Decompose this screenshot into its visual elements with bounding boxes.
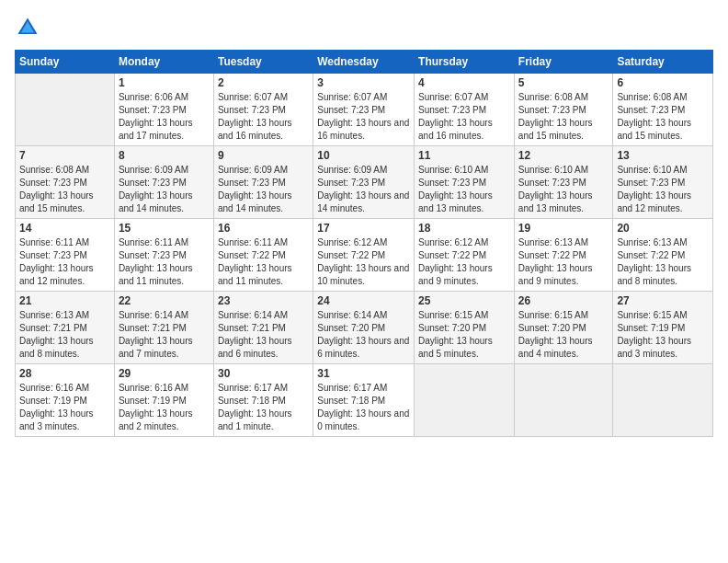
weekday-header-saturday: Saturday bbox=[613, 51, 713, 74]
day-number: 27 bbox=[617, 294, 709, 307]
weekday-header-thursday: Thursday bbox=[415, 51, 515, 74]
calendar-cell: 18Sunrise: 6:12 AM Sunset: 7:22 PM Dayli… bbox=[415, 219, 515, 292]
calendar-cell: 17Sunrise: 6:12 AM Sunset: 7:22 PM Dayli… bbox=[313, 219, 415, 292]
calendar-cell: 10Sunrise: 6:09 AM Sunset: 7:23 PM Dayli… bbox=[313, 146, 415, 219]
day-number: 20 bbox=[617, 222, 709, 235]
day-info: Sunrise: 6:13 AM Sunset: 7:22 PM Dayligh… bbox=[617, 236, 709, 288]
calendar-cell bbox=[415, 364, 515, 437]
calendar-cell: 7Sunrise: 6:08 AM Sunset: 7:23 PM Daylig… bbox=[16, 146, 115, 219]
day-info: Sunrise: 6:16 AM Sunset: 7:19 PM Dayligh… bbox=[19, 382, 110, 433]
calendar-cell: 15Sunrise: 6:11 AM Sunset: 7:23 PM Dayli… bbox=[114, 219, 213, 292]
day-info: Sunrise: 6:11 AM Sunset: 7:23 PM Dayligh… bbox=[119, 236, 210, 288]
calendar-cell: 25Sunrise: 6:15 AM Sunset: 7:20 PM Dayli… bbox=[415, 292, 515, 364]
calendar-cell: 28Sunrise: 6:16 AM Sunset: 7:19 PM Dayli… bbox=[16, 364, 115, 437]
calendar-cell: 19Sunrise: 6:13 AM Sunset: 7:22 PM Dayli… bbox=[514, 219, 613, 292]
day-number: 5 bbox=[518, 76, 609, 89]
day-info: Sunrise: 6:14 AM Sunset: 7:21 PM Dayligh… bbox=[218, 309, 309, 361]
calendar-cell: 27Sunrise: 6:15 AM Sunset: 7:19 PM Dayli… bbox=[613, 292, 713, 364]
day-number: 9 bbox=[218, 149, 309, 162]
day-number: 15 bbox=[119, 222, 210, 235]
day-info: Sunrise: 6:13 AM Sunset: 7:22 PM Dayligh… bbox=[518, 236, 609, 288]
calendar-week-1: 1Sunrise: 6:06 AM Sunset: 7:23 PM Daylig… bbox=[16, 74, 713, 146]
day-number: 11 bbox=[418, 149, 510, 162]
day-number: 2 bbox=[218, 76, 309, 89]
day-number: 16 bbox=[218, 222, 309, 235]
page-container: SundayMondayTuesdayWednesdayThursdayFrid… bbox=[0, 0, 728, 444]
day-number: 12 bbox=[518, 149, 609, 162]
day-info: Sunrise: 6:12 AM Sunset: 7:22 PM Dayligh… bbox=[418, 236, 510, 288]
calendar-cell: 3Sunrise: 6:07 AM Sunset: 7:23 PM Daylig… bbox=[313, 74, 415, 146]
day-info: Sunrise: 6:08 AM Sunset: 7:23 PM Dayligh… bbox=[617, 91, 709, 143]
day-number: 28 bbox=[19, 367, 110, 380]
day-number: 29 bbox=[119, 367, 210, 380]
day-number: 3 bbox=[317, 76, 410, 89]
day-info: Sunrise: 6:08 AM Sunset: 7:23 PM Dayligh… bbox=[19, 164, 110, 215]
header bbox=[15, 15, 713, 40]
weekday-header-monday: Monday bbox=[114, 51, 213, 74]
logo-icon bbox=[15, 15, 40, 40]
day-info: Sunrise: 6:07 AM Sunset: 7:23 PM Dayligh… bbox=[418, 91, 510, 143]
calendar-cell: 6Sunrise: 6:08 AM Sunset: 7:23 PM Daylig… bbox=[613, 74, 713, 146]
calendar-cell bbox=[613, 364, 713, 437]
day-number: 19 bbox=[518, 222, 609, 235]
calendar-cell: 29Sunrise: 6:16 AM Sunset: 7:19 PM Dayli… bbox=[114, 364, 213, 437]
calendar-cell: 2Sunrise: 6:07 AM Sunset: 7:23 PM Daylig… bbox=[213, 74, 313, 146]
calendar-cell: 24Sunrise: 6:14 AM Sunset: 7:20 PM Dayli… bbox=[313, 292, 415, 364]
weekday-header-sunday: Sunday bbox=[16, 51, 115, 74]
calendar-header: SundayMondayTuesdayWednesdayThursdayFrid… bbox=[16, 51, 713, 74]
day-number: 26 bbox=[518, 294, 609, 307]
day-number: 13 bbox=[617, 149, 709, 162]
day-info: Sunrise: 6:15 AM Sunset: 7:19 PM Dayligh… bbox=[617, 309, 709, 361]
calendar-cell: 1Sunrise: 6:06 AM Sunset: 7:23 PM Daylig… bbox=[114, 74, 213, 146]
day-number: 22 bbox=[119, 294, 210, 307]
logo bbox=[15, 15, 44, 40]
day-info: Sunrise: 6:07 AM Sunset: 7:23 PM Dayligh… bbox=[218, 91, 309, 143]
calendar-week-4: 21Sunrise: 6:13 AM Sunset: 7:21 PM Dayli… bbox=[16, 292, 713, 364]
calendar-cell: 13Sunrise: 6:10 AM Sunset: 7:23 PM Dayli… bbox=[613, 146, 713, 219]
calendar-cell: 4Sunrise: 6:07 AM Sunset: 7:23 PM Daylig… bbox=[415, 74, 515, 146]
weekday-header-wednesday: Wednesday bbox=[313, 51, 415, 74]
day-number: 21 bbox=[19, 294, 110, 307]
day-number: 23 bbox=[218, 294, 309, 307]
day-info: Sunrise: 6:08 AM Sunset: 7:23 PM Dayligh… bbox=[518, 91, 609, 143]
day-info: Sunrise: 6:16 AM Sunset: 7:19 PM Dayligh… bbox=[119, 382, 210, 433]
day-info: Sunrise: 6:12 AM Sunset: 7:22 PM Dayligh… bbox=[317, 236, 410, 288]
day-number: 4 bbox=[418, 76, 510, 89]
calendar-cell: 20Sunrise: 6:13 AM Sunset: 7:22 PM Dayli… bbox=[613, 219, 713, 292]
calendar-table: SundayMondayTuesdayWednesdayThursdayFrid… bbox=[15, 50, 713, 437]
day-info: Sunrise: 6:09 AM Sunset: 7:23 PM Dayligh… bbox=[119, 164, 210, 215]
day-number: 25 bbox=[418, 294, 510, 307]
day-info: Sunrise: 6:10 AM Sunset: 7:23 PM Dayligh… bbox=[617, 164, 709, 215]
calendar-week-3: 14Sunrise: 6:11 AM Sunset: 7:23 PM Dayli… bbox=[16, 219, 713, 292]
weekday-header-friday: Friday bbox=[514, 51, 613, 74]
day-number: 24 bbox=[317, 294, 410, 307]
day-info: Sunrise: 6:11 AM Sunset: 7:23 PM Dayligh… bbox=[19, 236, 110, 288]
calendar-cell: 26Sunrise: 6:15 AM Sunset: 7:20 PM Dayli… bbox=[514, 292, 613, 364]
calendar-cell bbox=[16, 74, 115, 146]
day-number: 30 bbox=[218, 367, 309, 380]
day-number: 6 bbox=[617, 76, 709, 89]
calendar-cell: 5Sunrise: 6:08 AM Sunset: 7:23 PM Daylig… bbox=[514, 74, 613, 146]
calendar-cell: 8Sunrise: 6:09 AM Sunset: 7:23 PM Daylig… bbox=[114, 146, 213, 219]
calendar-body: 1Sunrise: 6:06 AM Sunset: 7:23 PM Daylig… bbox=[16, 74, 713, 437]
calendar-cell bbox=[514, 364, 613, 437]
day-info: Sunrise: 6:17 AM Sunset: 7:18 PM Dayligh… bbox=[317, 382, 410, 433]
day-info: Sunrise: 6:14 AM Sunset: 7:21 PM Dayligh… bbox=[119, 309, 210, 361]
day-info: Sunrise: 6:07 AM Sunset: 7:23 PM Dayligh… bbox=[317, 91, 410, 143]
calendar-week-2: 7Sunrise: 6:08 AM Sunset: 7:23 PM Daylig… bbox=[16, 146, 713, 219]
calendar-cell: 16Sunrise: 6:11 AM Sunset: 7:22 PM Dayli… bbox=[213, 219, 313, 292]
day-info: Sunrise: 6:06 AM Sunset: 7:23 PM Dayligh… bbox=[119, 91, 210, 143]
weekday-header-tuesday: Tuesday bbox=[213, 51, 313, 74]
day-info: Sunrise: 6:11 AM Sunset: 7:22 PM Dayligh… bbox=[218, 236, 309, 288]
calendar-cell: 12Sunrise: 6:10 AM Sunset: 7:23 PM Dayli… bbox=[514, 146, 613, 219]
calendar-week-5: 28Sunrise: 6:16 AM Sunset: 7:19 PM Dayli… bbox=[16, 364, 713, 437]
calendar-cell: 14Sunrise: 6:11 AM Sunset: 7:23 PM Dayli… bbox=[16, 219, 115, 292]
day-number: 17 bbox=[317, 222, 410, 235]
day-info: Sunrise: 6:09 AM Sunset: 7:23 PM Dayligh… bbox=[317, 164, 410, 215]
day-info: Sunrise: 6:17 AM Sunset: 7:18 PM Dayligh… bbox=[218, 382, 309, 433]
calendar-cell: 22Sunrise: 6:14 AM Sunset: 7:21 PM Dayli… bbox=[114, 292, 213, 364]
day-number: 1 bbox=[119, 76, 210, 89]
day-number: 7 bbox=[19, 149, 110, 162]
calendar-cell: 21Sunrise: 6:13 AM Sunset: 7:21 PM Dayli… bbox=[16, 292, 115, 364]
calendar-cell: 23Sunrise: 6:14 AM Sunset: 7:21 PM Dayli… bbox=[213, 292, 313, 364]
